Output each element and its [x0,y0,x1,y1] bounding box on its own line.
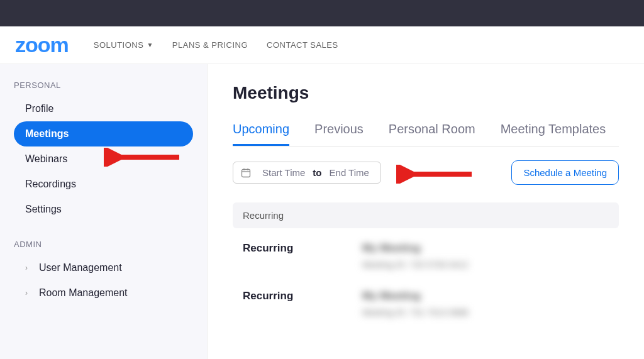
to-label: to [313,167,321,178]
sidebar-item-recordings[interactable]: Recordings [14,172,193,197]
main-content: Meetings Upcoming Previous Personal Room… [208,64,644,359]
caret-down-icon: ▼ [147,41,153,48]
top-nav: SOLUTIONS ▼ PLANS & PRICING CONTACT SALE… [94,40,338,50]
meeting-row[interactable]: Recurring My Meeting Meeting ID: 720 579… [233,228,619,276]
sidebar-item-meetings[interactable]: Meetings [14,121,193,146]
calendar-icon [241,168,251,178]
sidebar-item-label: Meetings [25,128,69,140]
chevron-right-icon: › [25,263,33,272]
zoom-logo[interactable]: zoom [15,33,69,57]
end-time-label: End Time [330,167,369,178]
meeting-recurrence-label: Recurring [243,242,362,270]
meeting-recurrence-label: Recurring [243,290,362,318]
date-range-filter[interactable]: Start Time to End Time [233,162,381,184]
nav-contact-sales-label: CONTACT SALES [267,40,338,50]
chevron-right-icon: › [25,289,33,297]
meeting-title-blurred: My Meeting [362,242,609,255]
meeting-id-blurred: Meeting ID: 731 7013 0688 [362,307,609,318]
nav-contact-sales[interactable]: CONTACT SALES [267,40,338,50]
sidebar-section-personal-label: PERSONAL [14,80,193,90]
sidebar-item-settings[interactable]: Settings [14,197,193,222]
sidebar-item-label: Recordings [25,179,76,190]
nav-plans-pricing-label: PLANS & PRICING [172,40,248,50]
meeting-row[interactable]: Recurring My Meeting Meeting ID: 731 701… [233,276,619,324]
sidebar-item-webinars[interactable]: Webinars [14,146,193,172]
sidebar-item-label: User Management [39,262,122,273]
sidebar-item-label: Settings [25,204,62,215]
tab-upcoming[interactable]: Upcoming [233,122,289,146]
tabs: Upcoming Previous Personal Room Meeting … [233,122,619,146]
nav-solutions[interactable]: SOLUTIONS ▼ [94,40,153,50]
sidebar-item-room-management[interactable]: › Room Management [14,280,193,306]
sidebar: PERSONAL Profile Meetings Webinars Recor… [0,64,208,359]
nav-solutions-label: SOLUTIONS [94,40,144,50]
start-time-label: Start Time [262,167,305,178]
tab-previous[interactable]: Previous [314,122,364,146]
nav-plans-pricing[interactable]: PLANS & PRICING [172,40,248,50]
tab-meeting-templates[interactable]: Meeting Templates [501,122,606,146]
sidebar-item-label: Webinars [25,153,67,165]
meeting-id-blurred: Meeting ID: 720 5793 0412 [362,260,609,270]
sidebar-item-label: Room Management [39,287,128,299]
sidebar-section-admin-label: ADMIN [14,240,193,249]
top-dark-bar [0,0,644,26]
sidebar-item-label: Profile [25,103,53,114]
group-header-recurring: Recurring [233,202,619,228]
page-title: Meetings [233,83,619,103]
sidebar-item-user-management[interactable]: › User Management [14,255,193,280]
header-bar: zoom SOLUTIONS ▼ PLANS & PRICING CONTACT… [0,26,644,64]
svg-rect-0 [242,169,250,177]
meeting-title-blurred: My Meeting [362,290,609,302]
tab-personal-room[interactable]: Personal Room [389,122,475,146]
sidebar-item-profile[interactable]: Profile [14,96,193,121]
schedule-meeting-button[interactable]: Schedule a Meeting [511,160,619,185]
